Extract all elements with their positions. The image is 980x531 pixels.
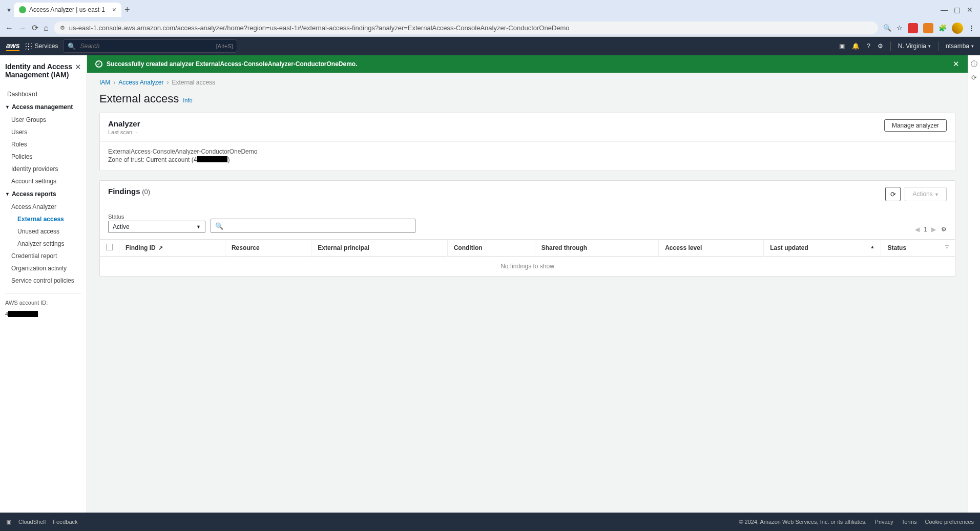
account-id-label: AWS account ID: — [5, 300, 81, 306]
sidebar-item-unused-access[interactable]: Unused access — [5, 225, 81, 238]
chevron-down-icon: ▼ — [196, 224, 201, 229]
browser-url-bar: ← → ⟳ ⌂ ⚙ us-east-1.console.aws.amazon.c… — [0, 19, 980, 37]
main-content: ✓ Successfully created analyzer External… — [87, 55, 968, 513]
apps-grid-icon — [25, 43, 32, 50]
aws-logo[interactable]: aws — [6, 41, 19, 51]
profile-avatar[interactable] — [952, 23, 963, 34]
breadcrumb-iam[interactable]: IAM — [99, 79, 110, 86]
aws-search-input[interactable] — [80, 43, 212, 50]
redacted-text: xxxx — [197, 156, 227, 162]
col-last-updated[interactable]: Last updated▲ — [764, 240, 881, 257]
next-page-icon[interactable]: ▶ — [931, 226, 936, 233]
sidebar-item-external-access[interactable]: External access — [5, 213, 81, 225]
sidebar-item-scp[interactable]: Service control policies — [5, 274, 81, 287]
url-text: us-east-1.console.aws.amazon.com/access-… — [69, 24, 872, 32]
col-shared-through[interactable]: Shared through — [535, 240, 658, 257]
extension-icon[interactable] — [923, 23, 933, 33]
services-menu[interactable]: Services — [25, 43, 58, 50]
col-access-level[interactable]: Access level — [659, 240, 764, 257]
kebab-menu-icon[interactable]: ⋮ — [968, 24, 975, 32]
status-label: Status — [108, 214, 205, 220]
findings-search[interactable]: 🔍 — [211, 219, 415, 233]
manage-analyzer-button[interactable]: Manage analyzer — [884, 119, 947, 132]
cloudshell-icon[interactable]: ▣ — [839, 43, 845, 50]
success-flash: ✓ Successfully created analyzer External… — [87, 55, 968, 73]
footer-terms[interactable]: Terms — [902, 519, 917, 525]
aws-top-nav: aws Services 🔍 [Alt+S] ▣ 🔔 ? ⚙ N. Virgin… — [0, 37, 980, 55]
chevron-right-icon: › — [113, 79, 115, 86]
sidebar-item-policies[interactable]: Policies — [5, 151, 81, 163]
extensions-icon[interactable]: 🧩 — [939, 24, 947, 32]
col-finding-id[interactable]: Finding ID ↗ — [119, 240, 225, 257]
sidebar-item-users[interactable]: Users — [5, 126, 81, 138]
sort-none-icon: ▽ — [945, 244, 949, 249]
extension-icon[interactable] — [908, 23, 918, 33]
home-icon[interactable]: ⌂ — [44, 24, 49, 33]
new-tab-button[interactable]: + — [124, 5, 130, 15]
chevron-down-icon[interactable]: ▾ — [7, 6, 11, 14]
actions-button[interactable]: Actions ▼ — [905, 187, 947, 201]
cloudshell-icon[interactable]: ▣ — [6, 519, 11, 525]
refresh-button[interactable]: ⟳ — [885, 187, 901, 201]
minimize-icon[interactable]: ― — [941, 6, 948, 14]
sidebar-item-analyzer-settings[interactable]: Analyzer settings — [5, 238, 81, 250]
sidebar-item-access-analyzer[interactable]: Access Analyzer — [5, 201, 81, 213]
search-icon: 🔍 — [215, 222, 223, 230]
col-condition[interactable]: Condition — [447, 240, 535, 257]
site-settings-icon[interactable]: ⚙ — [60, 25, 65, 31]
footer-cloudshell[interactable]: CloudShell — [18, 519, 46, 525]
iam-sidebar: ✕ Identity and Access Management (IAM) D… — [0, 55, 87, 513]
close-sidebar-icon[interactable]: ✕ — [75, 62, 81, 72]
info-icon[interactable]: ⓘ — [971, 59, 977, 69]
findings-panel: Findings (0) ⟳ Actions ▼ Status Active — [99, 180, 955, 277]
caret-down-icon: ▼ — [5, 104, 10, 110]
close-tab-icon[interactable]: × — [112, 6, 116, 14]
col-resource[interactable]: Resource — [225, 240, 311, 257]
user-menu[interactable]: ntsamba — [946, 43, 974, 50]
footer-feedback[interactable]: Feedback — [53, 519, 77, 525]
refresh-rail-icon[interactable]: ⟳ — [971, 74, 977, 81]
help-icon[interactable]: ? — [867, 43, 870, 50]
url-field[interactable]: ⚙ us-east-1.console.aws.amazon.com/acces… — [54, 22, 878, 34]
sidebar-item-account-settings[interactable]: Account settings — [5, 175, 81, 187]
sidebar-item-credential-report[interactable]: Credential report — [5, 250, 81, 262]
table-settings-icon[interactable]: ⚙ — [941, 226, 947, 233]
aws-search[interactable]: 🔍 [Alt+S] — [63, 39, 237, 53]
settings-icon[interactable]: ⚙ — [878, 43, 883, 50]
zoom-icon[interactable]: 🔍 — [883, 24, 891, 32]
sidebar-item-dashboard[interactable]: Dashboard — [5, 88, 81, 100]
findings-table: Finding ID ↗ Resource External principal… — [100, 239, 955, 276]
checkbox-icon[interactable] — [106, 244, 113, 250]
browser-tab[interactable]: Access Analyzer | us-east-1 × — [14, 3, 121, 17]
breadcrumb: IAM › Access Analyzer › External access — [99, 79, 955, 86]
back-icon[interactable]: ← — [5, 24, 13, 33]
forward-icon[interactable]: → — [18, 24, 27, 33]
close-flash-icon[interactable]: ✕ — [953, 59, 960, 69]
select-all-header[interactable] — [100, 240, 119, 257]
pagination: ◀ 1 ▶ — [915, 226, 936, 233]
reload-icon[interactable]: ⟳ — [32, 23, 38, 33]
sidebar-item-organization-activity[interactable]: Organization activity — [5, 262, 81, 274]
footer-copyright: © 2024, Amazon Web Services, Inc. or its… — [739, 519, 866, 525]
bookmark-icon[interactable]: ☆ — [896, 24, 903, 32]
breadcrumb-access-analyzer[interactable]: Access Analyzer — [118, 79, 163, 86]
prev-page-icon[interactable]: ◀ — [915, 226, 920, 233]
sidebar-item-identity-providers[interactable]: Identity providers — [5, 163, 81, 175]
footer-privacy[interactable]: Privacy — [875, 519, 893, 525]
status-select[interactable]: Active ▼ — [108, 221, 205, 233]
footer-cookies[interactable]: Cookie preferences — [925, 519, 974, 525]
col-status[interactable]: Status▽ — [881, 240, 955, 257]
sidebar-section-access-management[interactable]: ▼Access management — [5, 100, 81, 114]
close-window-icon[interactable]: ✕ — [967, 6, 973, 14]
notifications-icon[interactable]: 🔔 — [852, 43, 860, 50]
aws-footer: ▣ CloudShell Feedback © 2024, Amazon Web… — [0, 513, 980, 531]
caret-down-icon: ▼ — [5, 192, 10, 197]
region-selector[interactable]: N. Virginia — [898, 43, 931, 50]
info-link[interactable]: Info — [183, 97, 192, 103]
sidebar-item-user-groups[interactable]: User Groups — [5, 114, 81, 126]
sidebar-section-access-reports[interactable]: ▼Access reports — [5, 187, 81, 201]
tab-title: Access Analyzer | us-east-1 — [29, 6, 105, 13]
sidebar-item-roles[interactable]: Roles — [5, 138, 81, 151]
col-external-principal[interactable]: External principal — [311, 240, 447, 257]
maximize-icon[interactable]: ▢ — [954, 6, 961, 14]
